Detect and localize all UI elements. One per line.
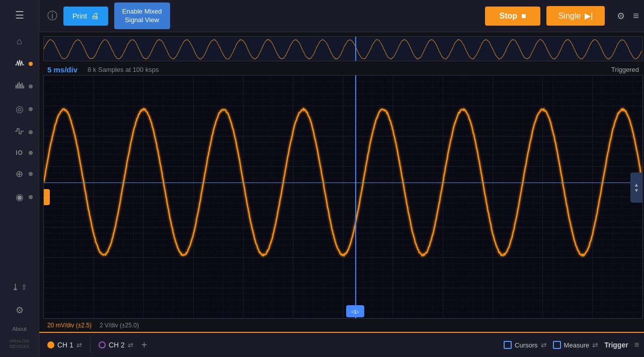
menu-lines-icon[interactable]: ≡ (633, 10, 639, 22)
scope-icon (14, 59, 25, 69)
cursors-checkbox[interactable] (504, 341, 512, 349)
ch2-dot (99, 341, 106, 348)
time-div-label: 5 ms/div (47, 65, 77, 74)
settings-gear-icon[interactable]: ⚙ (617, 11, 625, 22)
measure-settings-icon[interactable]: ⇄ (592, 341, 598, 349)
oscilloscope-container: 5 ms/div 8 k Samples at 100 ksps Trigger… (39, 32, 644, 332)
ch1-dot (47, 341, 54, 348)
network-badge (29, 107, 33, 111)
svg-rect-4 (22, 83, 23, 88)
cursors-label: Cursors (515, 341, 538, 349)
sidebar-about-label[interactable]: About (12, 322, 27, 336)
measure-toggle[interactable]: Measure ⇄ (553, 341, 599, 349)
overview-bar[interactable] (43, 36, 643, 61)
overview-cursor (355, 37, 356, 61)
ch1-label: CH 1 (57, 341, 73, 349)
bottom-right-controls: Cursors ⇄ Measure ⇄ Trigger ≡ (504, 340, 639, 349)
cursors-settings-icon[interactable]: ⇄ (541, 341, 547, 349)
trigger-settings-icon[interactable]: ≡ (634, 340, 639, 349)
sidebar-item-io[interactable]: IO (0, 143, 39, 162)
ch2-button[interactable]: CH 2 ⇄ (99, 341, 133, 349)
cursors-toggle[interactable]: Cursors ⇄ (504, 341, 547, 349)
stop-label: Stop (499, 12, 517, 21)
sidebar-item-logic[interactable] (0, 121, 39, 143)
overview-highlight (44, 37, 642, 61)
svg-rect-0 (16, 85, 17, 88)
print-button[interactable]: Print 🖨 (63, 7, 108, 26)
gear-icon: ⚙ (16, 305, 24, 316)
trigger-label[interactable]: Trigger (604, 341, 628, 349)
sidebar-item-oscilloscope[interactable] (0, 53, 39, 75)
single-button[interactable]: Single ▶| (546, 6, 605, 26)
spectrum-badge (29, 84, 33, 88)
svg-rect-1 (17, 83, 18, 88)
bottom-bar: CH 1 ⇄ CH 2 ⇄ + Cursors ⇄ Measure ⇄ Trig… (39, 332, 644, 357)
chevron-up-icon: ▲ (634, 182, 639, 188)
ch1-scale-label: 20 mV/div (±2.5) (47, 322, 92, 329)
power-icon: ⊕ (16, 168, 23, 180)
scale-info: 20 mV/div (±2.5) 2 V/div (±25.0) (43, 319, 643, 332)
power-badge (29, 172, 33, 176)
plugin-icon: ◉ (16, 192, 24, 203)
waveform-canvas (44, 75, 642, 318)
sidebar-item-spectrum[interactable] (0, 75, 39, 98)
stop-icon: ■ (521, 12, 526, 21)
collapse-panel-button[interactable]: › (43, 189, 50, 205)
svg-rect-3 (20, 84, 21, 88)
sidebar-item-settings[interactable]: ⚙ (0, 299, 39, 322)
sidebar-item-power[interactable]: ⊕ (0, 162, 39, 186)
spectrum-icon (15, 81, 24, 92)
add-channel-button[interactable]: + (141, 339, 147, 351)
samples-info-label: 8 k Samples at 100 ksps (88, 66, 159, 73)
scope-badge (29, 62, 33, 66)
toolbar: ⓘ Print 🖨 Enable MixedSignal View Stop ■… (39, 0, 644, 32)
io-badge (29, 151, 33, 155)
toolbar-right-icons: ⚙ ≡ (617, 10, 639, 22)
export-icon: ⤓ (12, 282, 19, 293)
measure-checkbox[interactable] (553, 341, 561, 349)
logic-icon (15, 127, 25, 137)
ch2-label: CH 2 (109, 341, 125, 349)
info-icon[interactable]: ⓘ (47, 9, 57, 23)
ch1-button[interactable]: CH 1 ⇄ (47, 341, 82, 349)
chevron-down-icon: ▼ (634, 188, 639, 193)
sidebar-item-home[interactable]: ⌂ (0, 30, 39, 53)
measure-label: Measure (564, 341, 590, 349)
right-scroll-control[interactable]: ▲ ▼ (630, 172, 642, 203)
channel-divider-1 (90, 337, 91, 352)
cursor-arrows-icon: ◁▷ (351, 309, 359, 314)
logic-badge (29, 130, 33, 134)
svg-rect-2 (19, 82, 20, 88)
hamburger-menu-icon[interactable]: ☰ (11, 5, 28, 25)
single-icon: ▶| (585, 11, 593, 21)
io-icon: IO (16, 149, 23, 156)
single-label: Single (558, 12, 581, 21)
share-icon: ⇪ (21, 283, 27, 291)
chart-labels: 5 ms/div 8 k Samples at 100 ksps Trigger… (43, 64, 643, 75)
print-icon: 🖨 (91, 12, 99, 21)
analog-devices-logo: ANALOG DEVICES (7, 336, 32, 352)
stop-button[interactable]: Stop ■ (485, 7, 540, 26)
sidebar-bottom: ⤓ ⇪ ⚙ About ANALOG DEVICES (0, 276, 39, 352)
ch2-settings-icon[interactable]: ⇄ (128, 341, 133, 349)
plugin-badge (29, 195, 33, 199)
cursor-drag-handle[interactable]: ◁▷ (346, 305, 364, 317)
mixed-signal-label: Enable MixedSignal View (122, 8, 162, 24)
sidebar-item-plugin[interactable]: ◉ (0, 186, 39, 209)
sidebar: ☰ ⌂ ◎ IO ⊕ ◉ ⤓ ⇪ (0, 0, 39, 357)
sidebar-item-network[interactable]: ◎ (0, 98, 39, 121)
print-label: Print (72, 12, 87, 20)
sidebar-item-export[interactable]: ⤓ ⇪ (0, 276, 39, 299)
ch2-scale-label: 2 V/div (±25.0) (100, 322, 139, 329)
main-area: ⓘ Print 🖨 Enable MixedSignal View Stop ■… (39, 0, 644, 357)
mixed-signal-button[interactable]: Enable MixedSignal View (114, 3, 170, 30)
triggered-label: Triggered (611, 66, 639, 73)
chevron-right-icon: › (43, 193, 44, 201)
ch1-settings-icon[interactable]: ⇄ (76, 341, 82, 349)
svg-rect-5 (23, 85, 24, 88)
home-icon: ⌂ (17, 36, 22, 47)
main-chart[interactable]: › ▲ ▼ ◁▷ (43, 75, 643, 319)
network-icon: ◎ (16, 104, 24, 115)
